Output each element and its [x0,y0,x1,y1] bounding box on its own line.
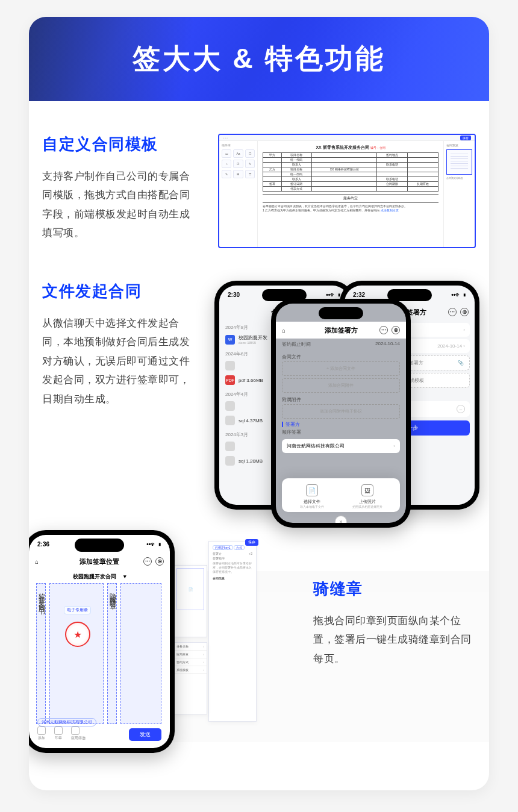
sheet-option-photo[interactable]: 🖼 上传照片 拍照或从相册选择照片 [352,484,382,508]
page-spine [107,583,117,724]
tool-item[interactable]: ☐ [245,149,255,158]
feature-2-preview: 2:30 ••ᯤ ▮ 合作伙伴 取消 2024年8月W校园跑腿开发docx 18… [218,281,476,522]
seal-label-chip: 电子专用章 [64,606,91,614]
seal-editor: 校园跑腿开发合同 ▾ 软件开发合同书 隐藏骑缝章 电子专用章 [33,570,166,745]
preview1-rightpanel: 合同预览 合同预览缩略图 [443,141,475,247]
company-chip[interactable]: 河南云航网络科技有限公司 [37,718,96,726]
vertical-text: 软件开发合同书 [37,588,46,605]
delete-icon[interactable]: – [457,405,465,413]
banner: 签大大 & 特色功能 [29,17,489,101]
more-icon[interactable]: ⋯ [143,557,152,566]
send-button[interactable]: 发送 [129,728,161,741]
word-icon: W [225,335,235,345]
feature-1-text: 自定义合同模板 支持客户制作自己公司的专属合同模版，拖拽方式自由搭配合同字段，前… [42,134,198,248]
notch [75,539,124,552]
banner-title: 签大大 & 特色功能 [133,40,386,78]
navbar-seal: ⌂ 添加签章位置 ⋯◎ [29,553,170,570]
add-attach-box[interactable]: 添加合同附件 [282,378,400,393]
home-icon[interactable]: ⌂ [282,327,286,334]
sheet-option-file[interactable]: 📄 选择文件 导入本地电子文件 [300,484,324,508]
notch [319,307,363,319]
action-sheet: 📄 选择文件 导入本地电子文件 🖼 上传照片 拍照或从相册选择照片 × [282,478,400,512]
order-label: 顺序签署 [276,429,406,437]
toolbar-item[interactable]: 添加 [37,726,46,741]
side-panel-meta: 保存 已绑定key1 方式 签署方+2 签署顺序 保存合同到本地后可分享给好友，… [208,541,257,722]
close-sheet-button[interactable]: × [335,516,347,523]
content-area: 自定义合同模板 支持客户制作自己公司的专属合同模版，拖拽方式自由搭配合同字段，前… [29,101,489,765]
add-file-box[interactable]: + 添加合同文件 [282,361,400,376]
feature-1-desc: 支持客户制作自己公司的专属合同模版，拖拽方式自由搭配合同字段，前端模板发起时自动… [42,167,198,243]
feature-row-1: 自定义合同模板 支持客户制作自己公司的专属合同模版，拖拽方式自由搭配合同字段，前… [42,101,476,248]
tool-item[interactable]: ☑ [233,160,243,168]
due-value: 2024-10-14 [375,341,400,348]
doc-thumbnail[interactable] [446,149,472,175]
due-label: 签约截止时间 [282,341,311,348]
signal-icon: ••ᯤ ▮ [326,292,341,298]
tool-item[interactable]: ▭ [222,149,231,158]
tool-item[interactable]: Aa [233,149,243,158]
side-panel-list: 业务名称›应用开发›签约方式›系统模板› [173,642,207,714]
home-icon[interactable]: ⌂ [35,558,39,565]
feature-2-desc: 从微信聊天中选择文件发起合同，本地预制做好合同后生成发对方确认，无误后即可通过文… [42,314,198,408]
vertical-text: 隐藏骑缝章 [108,588,117,600]
agreement-header: 服务约定 [263,194,438,203]
doc-table: 甲方项目名称签约地点统一代码联系人联系电话乙方项目名称XX 网络科技有限公司统一… [263,152,438,192]
preview1-topbar: ◦ ◦ ◦ 保存 [219,135,475,141]
sec-label: 合同文件 [276,350,406,361]
pdf-icon: PDF [225,375,235,385]
chevron-down-icon: ▾ [123,573,126,579]
sig-heading: 签署方 [276,419,406,429]
contract-selector[interactable]: 校园跑腿开发合同 ▾ [33,570,166,583]
center-body: 签约截止时间 2024-10-14 合同文件 + 添加合同文件 添加合同附件 附… [276,339,406,523]
page-canvas[interactable]: 软件开发合同书 隐藏骑缝章 电子专用章 ★ [33,583,166,724]
partner-row[interactable]: 河南云航网络科技有限公司 › [282,439,400,453]
gray-icon [225,401,235,411]
rightpanel-label: 合同预览 [446,143,472,147]
more-icon[interactable]: ⋯ [448,308,457,316]
agreement-para2: 1 乙方有责任为甲方提供本项目服务。甲方须按双方约定支付乙方相应费用，并在合同内… [263,208,438,213]
feature-2-text: 文件发起合同 从微信聊天中选择文件发起合同，本地预制做好合同后生成发对方确认，无… [42,281,198,522]
preview1-doc: XX 新零售系统开发服务合同 编号：合同 甲方项目名称签约地点统一代码联系人联系… [258,141,443,247]
signal-icon: ••ᯤ ▮ [146,541,161,548]
toolbar-item[interactable]: 印章 [54,726,63,741]
side-panel-thumb: 📄 [173,565,207,637]
sd3-item[interactable]: 系统模板› [174,666,207,674]
tool-item[interactable]: ○ [222,160,231,168]
tool-item[interactable]: ✎ [222,170,231,178]
doc-title: XX 新零售系统开发服务合同 编号：合同 [263,145,438,151]
page-placeholder: 📄 [176,568,204,610]
seal-stamp[interactable]: ★ [65,622,90,647]
gray-icon [225,416,235,425]
feature-card: 签大大 & 特色功能 自定义合同模板 支持客户制作自己公司的专属合同模版，拖拽方… [29,17,489,790]
preview1-sidepanel: 组件库 ▭ Aa ☐ ○ ☑ ✎ ✎ ⊞ ☰ [219,141,258,247]
feature-2-title: 文件发起合同 [42,281,198,302]
feature-3-preview: 📄 保存 已绑定key1 方式 签署方+2 签署顺序 保存合同到本地后可分享给好… [42,548,293,765]
signal-icon: ••ᯤ ▮ [451,292,466,298]
sd3-item[interactable]: 签约方式› [174,658,207,666]
preview1-save-button[interactable]: 保存 [460,136,471,140]
inline-link[interactable]: 点击复制本页 [381,208,399,212]
gray-icon [225,442,235,451]
toolbar-item[interactable]: 应用筛选 [71,726,86,741]
sd2-tag: 已绑定key1 [213,545,233,550]
add-esign-box[interactable]: 添加合同附件电子协议 [282,404,400,419]
sd3-item[interactable]: 业务名称› [174,643,207,651]
target-icon[interactable]: ◎ [392,326,400,334]
attach-icon[interactable]: 📎 [458,360,464,366]
photo-icon: 🖼 [361,484,373,496]
target-icon[interactable]: ◎ [460,308,469,316]
feature-1-title: 自定义合同模板 [42,134,198,155]
tool-item[interactable]: ✎ [245,160,255,168]
phone-mock-center: ⌂ 添加签署方 ⋯◎ 签约截止时间 2024-10-14 合同文件 + 添加合同… [271,299,411,528]
sd2-save[interactable]: 保存 [245,539,258,546]
tool-item[interactable]: ⊞ [233,170,243,178]
tool-item[interactable]: ☰ [245,170,255,178]
feature-row-2: 文件发起合同 从微信聊天中选择文件发起合同，本地预制做好合同后生成发对方确认，无… [42,248,476,522]
more-icon[interactable]: ⋯ [379,326,388,334]
target-icon[interactable]: ◎ [155,557,164,566]
bottom-toolbar: 添加 印章 应用筛选 [37,726,86,741]
sidepanel-label: 组件库 [222,143,255,147]
page-main [49,583,104,724]
gray-icon [225,456,235,466]
sd3-item[interactable]: 应用开发› [174,651,207,658]
